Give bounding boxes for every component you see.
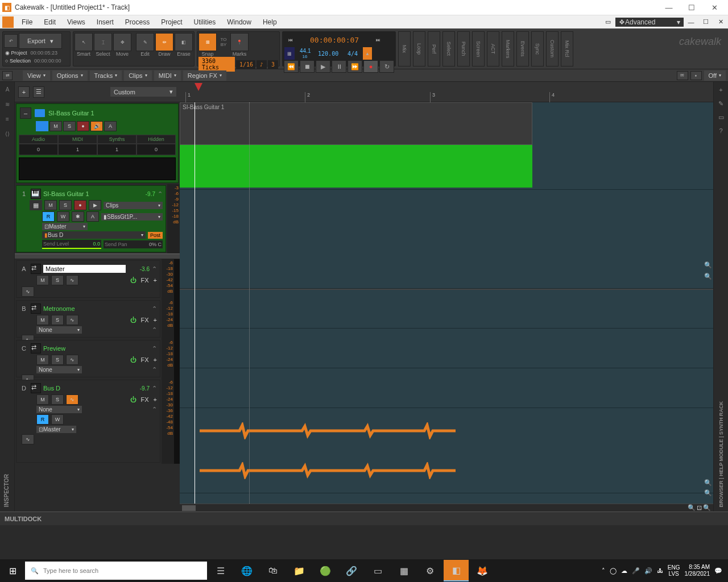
sendpan-val[interactable]: 0% C bbox=[149, 242, 162, 247]
bus-B-wave[interactable]: ∿ bbox=[66, 315, 78, 325]
leftstrip-lines-icon[interactable]: ≡ bbox=[1, 113, 14, 125]
mail-icon[interactable]: ✉ bbox=[677, 71, 688, 80]
zoom-in-icon[interactable]: 🔍 bbox=[704, 261, 712, 269]
time-ruler[interactable]: 1 2 3 4 bbox=[180, 82, 713, 102]
ffwd-button[interactable]: ⏩ bbox=[348, 60, 362, 73]
tool-edit[interactable]: ✎ bbox=[136, 33, 154, 51]
bus-collapse-icon[interactable]: ⌃ bbox=[152, 326, 157, 334]
multidock-bar[interactable]: MULTIDOCK bbox=[0, 512, 728, 525]
expand-icon[interactable]: ⇄ bbox=[2, 71, 13, 80]
post-badge[interactable]: Post bbox=[148, 232, 163, 239]
metronome-icon[interactable]: ▲ bbox=[362, 47, 373, 60]
t1-read[interactable]: R bbox=[42, 211, 55, 222]
track-name[interactable]: SI-Bass Guitar 1 bbox=[43, 190, 131, 197]
child-close[interactable]: ✕ bbox=[713, 18, 728, 26]
bus-A-automation[interactable]: ∿ bbox=[22, 286, 34, 297]
menu-utilities[interactable]: Utilities bbox=[188, 15, 222, 29]
taskbar-search[interactable]: 🔍 Type here to search bbox=[25, 562, 207, 580]
bus-C[interactable]: C ⇄ Preview ⌃ M S ∿ ⏻ FX + None⌃ ∿ bbox=[16, 340, 160, 377]
snap-button[interactable]: ⊞ bbox=[198, 33, 217, 51]
folder-track[interactable]: – SI-Bass Guitar 1 M S ● 🔊 A Audio0 MIDI… bbox=[16, 103, 179, 183]
bus-C-mute[interactable]: M bbox=[36, 355, 49, 365]
undo-icon[interactable]: ↶ bbox=[4, 34, 18, 48]
fx-label[interactable]: FX bbox=[139, 356, 151, 363]
bus-D-mute[interactable]: M bbox=[36, 394, 49, 405]
radio-project[interactable]: ◉ Project bbox=[5, 50, 27, 56]
bus-expand-icon[interactable]: ⌃ bbox=[152, 265, 157, 273]
menu-views[interactable]: Views bbox=[61, 15, 91, 29]
app1-icon[interactable]: 🟢 bbox=[313, 560, 338, 581]
bus-A-wave[interactable]: ∿ bbox=[66, 275, 78, 285]
fx-add-icon[interactable]: + bbox=[154, 317, 157, 323]
rs-help-icon[interactable]: ? bbox=[715, 125, 727, 136]
module-act[interactable]: ACT bbox=[487, 31, 499, 66]
bus-route-icon[interactable]: ⇄ bbox=[31, 383, 41, 393]
module-mix[interactable]: Mix bbox=[398, 31, 411, 66]
bus-expand-icon[interactable]: ⌃ bbox=[152, 385, 157, 392]
hzoom-in-icon[interactable]: 🔍 bbox=[703, 504, 711, 512]
snap-res[interactable]: 1/16 bbox=[236, 60, 255, 69]
t1-a[interactable]: A bbox=[86, 211, 99, 222]
tempo[interactable]: 120.00 bbox=[315, 49, 343, 58]
zoom-out-2-icon[interactable]: 🔍 bbox=[704, 489, 712, 497]
cakewalk-taskbar-icon[interactable]: ◧ bbox=[444, 560, 469, 581]
viewtab-tracks[interactable]: Tracks bbox=[90, 70, 122, 81]
bus-name[interactable]: Metronome bbox=[43, 305, 126, 312]
bus-D[interactable]: D ⇄ Bus D -9.7 ⌃ M S ∿ ⏻ FX + None⌃ RW⊡M… bbox=[16, 380, 160, 463]
app2-icon[interactable]: 🔗 bbox=[339, 560, 364, 581]
t1-solo[interactable]: S bbox=[59, 200, 72, 210]
t1-clips-dd[interactable]: Clips bbox=[104, 202, 163, 209]
tray-mic-icon[interactable]: 🎤 bbox=[632, 567, 640, 575]
bus-A-mute[interactable]: M bbox=[36, 275, 49, 285]
bus-route-icon[interactable]: ⇄ bbox=[31, 304, 41, 314]
time-counter[interactable]: 00:00:00:07 bbox=[297, 35, 371, 45]
playhead-line[interactable] bbox=[195, 102, 195, 504]
menu-insert[interactable]: Insert bbox=[91, 15, 119, 29]
bus-name[interactable]: Master bbox=[43, 265, 126, 273]
tool-select[interactable]: ⌶ bbox=[94, 33, 112, 51]
toggle-icon[interactable]: ▭ bbox=[601, 18, 615, 26]
tool-smart[interactable]: ↖ bbox=[75, 33, 93, 51]
tray-cloud-icon[interactable]: ☁ bbox=[621, 567, 627, 575]
goto-end-icon[interactable]: ⏭ bbox=[371, 33, 385, 47]
play-button[interactable]: ▶ bbox=[316, 60, 330, 73]
pause-button[interactable]: ⏸ bbox=[332, 60, 346, 73]
bus-expand-icon[interactable]: ⌃ bbox=[152, 305, 157, 313]
bus-D-wave[interactable]: ∿ bbox=[66, 394, 78, 405]
bus-B-solo[interactable]: S bbox=[51, 315, 64, 325]
zoom-in-2-icon[interactable]: 🔍 bbox=[704, 479, 712, 487]
tool-erase[interactable]: ◧ bbox=[175, 33, 193, 51]
mute-button[interactable]: M bbox=[49, 121, 62, 131]
viewtab-options[interactable]: Options bbox=[52, 70, 88, 81]
bus-collapse-icon[interactable]: ⌃ bbox=[152, 406, 157, 413]
t1-patch[interactable]: ▮ SBssGt1P... bbox=[101, 213, 163, 221]
archive-button[interactable]: A bbox=[104, 121, 117, 131]
record-button[interactable]: ● bbox=[363, 60, 378, 73]
piano-icon[interactable]: ▦ bbox=[30, 200, 42, 210]
bus-name[interactable]: Bus D bbox=[43, 385, 126, 392]
bus-D-automation[interactable]: ∿ bbox=[22, 434, 34, 444]
bus-D-read[interactable]: R bbox=[36, 414, 49, 425]
auto-icon[interactable]: ⬥ bbox=[690, 71, 702, 80]
solo-button[interactable]: S bbox=[63, 121, 76, 131]
bus-route-icon[interactable]: ⇄ bbox=[31, 264, 41, 274]
module-sync[interactable]: Sync bbox=[531, 31, 544, 66]
folder-collapse-button[interactable]: – bbox=[20, 107, 31, 119]
t1-arm[interactable]: ● bbox=[74, 200, 86, 210]
bus-name[interactable]: Preview bbox=[43, 345, 126, 352]
loop-button[interactable]: ↻ bbox=[379, 60, 394, 73]
start-button[interactable]: ⊞ bbox=[1, 560, 24, 581]
tray-up-icon[interactable]: ˄ bbox=[602, 567, 605, 575]
menu-file[interactable]: File bbox=[16, 15, 38, 29]
input-echo-button[interactable]: 🔊 bbox=[90, 121, 103, 131]
module-select[interactable]: Select bbox=[442, 31, 455, 66]
leftstrip-wave-icon[interactable]: ≋ bbox=[1, 98, 14, 110]
module-screen[interactable]: Screen bbox=[472, 31, 485, 66]
menu-help[interactable]: Help bbox=[257, 15, 283, 29]
bus-collapse-icon[interactable]: ⌃ bbox=[152, 366, 157, 373]
arm-button[interactable]: ● bbox=[77, 121, 89, 131]
preset-dropdown[interactable]: Custom bbox=[110, 87, 176, 97]
viewtab-midi[interactable]: MIDI bbox=[154, 70, 181, 81]
midi-clip[interactable] bbox=[180, 145, 532, 188]
viewtab-clips[interactable]: Clips bbox=[124, 70, 151, 81]
